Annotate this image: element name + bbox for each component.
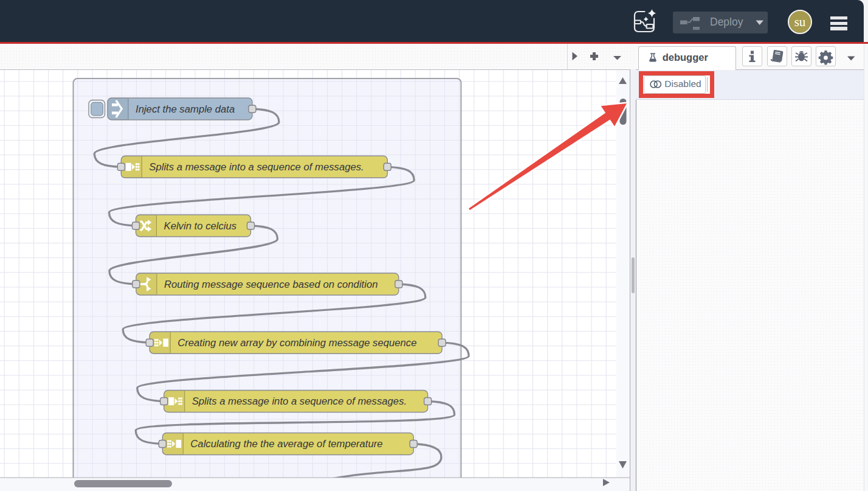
svg-text:Kelvin to celcius: Kelvin to celcius (164, 220, 237, 232)
svg-text:Splits a message into a sequen: Splits a message into a sequence of mess… (149, 161, 363, 173)
svg-text:Creating new array by combinin: Creating new array by combining message … (177, 337, 416, 349)
svg-text:Inject the sample data: Inject the sample data (136, 103, 235, 115)
svg-text:Calculating the the average of: Calculating the the average of temperatu… (190, 438, 382, 450)
svg-text:Splits a message into a sequen: Splits a message into a sequence of mess… (192, 395, 407, 407)
svg-text:Routing message sequence based: Routing message sequence based on condit… (164, 279, 378, 290)
